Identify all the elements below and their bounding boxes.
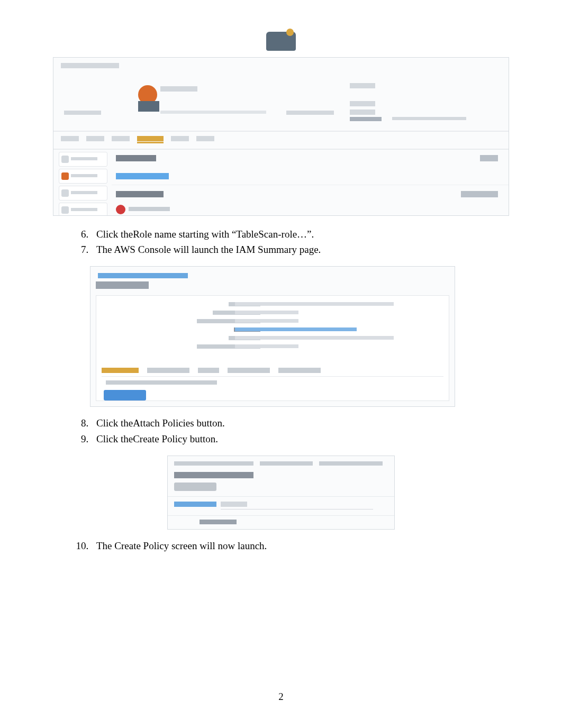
- step-8: Click theAttach Policies button.: [91, 416, 509, 430]
- instruction-list-b: Click theAttach Policies button. Click t…: [91, 416, 509, 445]
- screenshot-lambda-config: [53, 57, 509, 216]
- step-6: Click theRole name starting with “TableS…: [91, 228, 509, 241]
- step-10: The Create Policy screen will now launch…: [91, 539, 509, 553]
- page-number: 2: [0, 691, 562, 703]
- screenshot-attach-policies: [167, 456, 395, 530]
- logo-icon: [266, 32, 296, 51]
- header-logo: [53, 32, 509, 51]
- step-9: Click theCreate Policy button.: [91, 432, 509, 446]
- screenshot-iam-summary: [90, 266, 455, 407]
- instruction-list-a: Click theRole name starting with “TableS…: [91, 228, 509, 257]
- step-7: The AWS Console will launch the IAM Summ…: [91, 243, 509, 257]
- instruction-list-c: The Create Policy screen will now launch…: [91, 539, 509, 553]
